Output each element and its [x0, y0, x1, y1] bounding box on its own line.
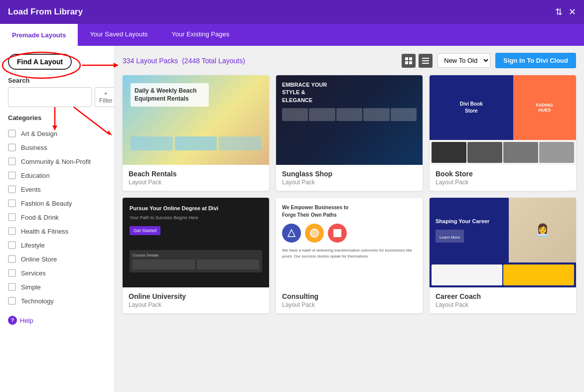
- card-sunglass-shop[interactable]: EMBRACE YOURSTYLE &ELEGANCE Sunglass S: [276, 75, 423, 191]
- card-info: Online University Layout Pack: [123, 287, 269, 313]
- sign-in-button[interactable]: Sign In To Divi Cloud: [495, 53, 576, 68]
- category-events[interactable]: Events: [8, 182, 106, 196]
- category-label: Art & Design: [21, 130, 57, 137]
- category-checkbox: [8, 241, 16, 249]
- nav-tabs: Premade Layouts Your Saved Layouts Your …: [0, 24, 584, 46]
- card-preview: We Empower Businesses toForge Their Own …: [276, 198, 423, 287]
- svg-rect-6: [422, 63, 429, 64]
- layout-count: 334 Layout Packs (2448 Total Layouts): [123, 57, 245, 65]
- category-health-fitness[interactable]: Health & Fitness: [8, 224, 106, 238]
- category-education[interactable]: Education: [8, 168, 106, 182]
- sort-select[interactable]: New To Old Old To New A to Z Z to A: [438, 53, 490, 68]
- category-label: Food & Drink: [21, 214, 59, 221]
- category-checkbox: [8, 297, 16, 305]
- card-preview: Pursue Your Online Degree at Divi Your P…: [123, 198, 269, 287]
- card-name: Book Store: [436, 170, 570, 178]
- svg-rect-0: [405, 57, 408, 60]
- category-business[interactable]: Business: [8, 140, 106, 154]
- svg-rect-2: [405, 61, 408, 64]
- category-label: Technology: [21, 297, 54, 305]
- category-services[interactable]: Services: [8, 266, 106, 280]
- search-input[interactable]: [8, 87, 92, 107]
- card-info: Career Coach Layout Pack: [430, 287, 576, 313]
- card-type: Layout Pack: [282, 301, 417, 308]
- card-beach-rentals[interactable]: Daily & Weekly Beach Equipment Rentals B…: [123, 75, 269, 191]
- svg-rect-4: [422, 58, 429, 59]
- top-bar-right: New To Old Old To New A to Z Z to A Sign…: [402, 53, 576, 68]
- category-art-design[interactable]: Art & Design: [8, 127, 106, 140]
- card-info: Book Store Layout Pack: [430, 165, 576, 191]
- category-community[interactable]: Community & Non-Profit: [8, 154, 106, 168]
- category-technology[interactable]: Technology: [8, 294, 106, 308]
- card-book-store[interactable]: Divi BookStore FADINGHUES: [430, 75, 576, 191]
- card-online-university[interactable]: Pursue Your Online Degree at Divi Your P…: [123, 198, 269, 313]
- search-row: + Filter: [8, 87, 106, 107]
- grid-view-icon[interactable]: [402, 54, 416, 68]
- svg-rect-8: [333, 229, 341, 237]
- category-label: Business: [21, 144, 47, 151]
- view-icons: [402, 54, 433, 68]
- category-lifestyle[interactable]: Lifestyle: [8, 238, 106, 252]
- category-simple[interactable]: Simple: [8, 280, 106, 294]
- layouts-content: 334 Layout Packs (2448 Total Layouts): [115, 46, 584, 392]
- search-label: Search: [8, 77, 106, 84]
- card-preview: Divi BookStore FADINGHUES: [430, 75, 576, 165]
- card-info: Beach Rentals Layout Pack: [123, 165, 269, 191]
- sort-icon[interactable]: ⇅: [555, 6, 563, 17]
- svg-rect-3: [409, 61, 412, 64]
- card-name: Online University: [129, 292, 263, 300]
- category-checkbox: [8, 171, 16, 179]
- category-checkbox: [8, 213, 16, 221]
- svg-rect-1: [409, 57, 412, 60]
- svg-marker-7: [288, 230, 295, 237]
- category-checkbox: [8, 199, 16, 207]
- category-label: Community & Non-Profit: [21, 158, 91, 165]
- header-title: Load From Library: [8, 7, 83, 17]
- category-label: Simple: [21, 283, 41, 291]
- category-checkbox: [8, 130, 16, 137]
- card-type: Layout Pack: [129, 179, 263, 186]
- card-name: Beach Rentals: [129, 170, 263, 178]
- category-label: Fashion & Beauty: [21, 200, 72, 207]
- close-icon[interactable]: ✕: [569, 6, 576, 17]
- card-preview: EMBRACE YOURSTYLE &ELEGANCE: [276, 75, 423, 165]
- card-info: Sunglass Shop Layout Pack: [276, 165, 423, 191]
- card-preview: Shaping Your Career Learn More 👩‍💼: [430, 198, 576, 287]
- category-food-drink[interactable]: Food & Drink: [8, 210, 106, 224]
- category-checkbox: [8, 269, 16, 277]
- card-type: Layout Pack: [129, 301, 263, 308]
- header-actions: ⇅ ✕: [555, 6, 576, 17]
- card-name: Sunglass Shop: [282, 170, 417, 178]
- category-checkbox: [8, 255, 16, 263]
- main-content: Find A Layout Search + Filter Categories…: [0, 46, 584, 392]
- card-info: Consulting Layout Pack: [276, 287, 423, 313]
- svg-rect-5: [422, 60, 429, 61]
- tab-existing-pages[interactable]: Your Existing Pages: [159, 24, 241, 46]
- category-label: Lifestyle: [21, 242, 45, 249]
- category-checkbox: [8, 157, 16, 165]
- card-type: Layout Pack: [436, 179, 570, 186]
- total-layouts: (2448 Total Layouts): [182, 57, 245, 65]
- layouts-grid: Daily & Weekly Beach Equipment Rentals B…: [123, 75, 576, 313]
- card-name: Consulting: [282, 292, 417, 300]
- category-online-store[interactable]: Online Store: [8, 252, 106, 266]
- category-checkbox: [8, 185, 16, 193]
- tab-saved-layouts[interactable]: Your Saved Layouts: [78, 24, 159, 46]
- category-checkbox: [8, 283, 16, 291]
- dialog-header: Load From Library ⇅ ✕: [0, 0, 584, 24]
- card-type: Layout Pack: [436, 301, 570, 308]
- category-label: Services: [21, 269, 46, 277]
- help-row[interactable]: ? Help: [8, 316, 106, 325]
- category-fashion-beauty[interactable]: Fashion & Beauty: [8, 196, 106, 210]
- category-checkbox: [8, 227, 16, 235]
- card-name: Career Coach: [436, 292, 570, 300]
- category-label: Online Store: [21, 256, 57, 263]
- card-consulting[interactable]: We Empower Businesses toForge Their Own …: [276, 198, 423, 313]
- list-view-icon[interactable]: [419, 54, 433, 68]
- tab-premade-layouts[interactable]: Premade Layouts: [0, 24, 78, 46]
- card-career-coach[interactable]: Shaping Your Career Learn More 👩‍💼: [430, 198, 576, 313]
- find-layout-button[interactable]: Find A Layout: [8, 54, 72, 70]
- category-label: Events: [21, 186, 41, 193]
- category-checkbox: [8, 143, 16, 151]
- filter-button[interactable]: + Filter: [95, 87, 115, 107]
